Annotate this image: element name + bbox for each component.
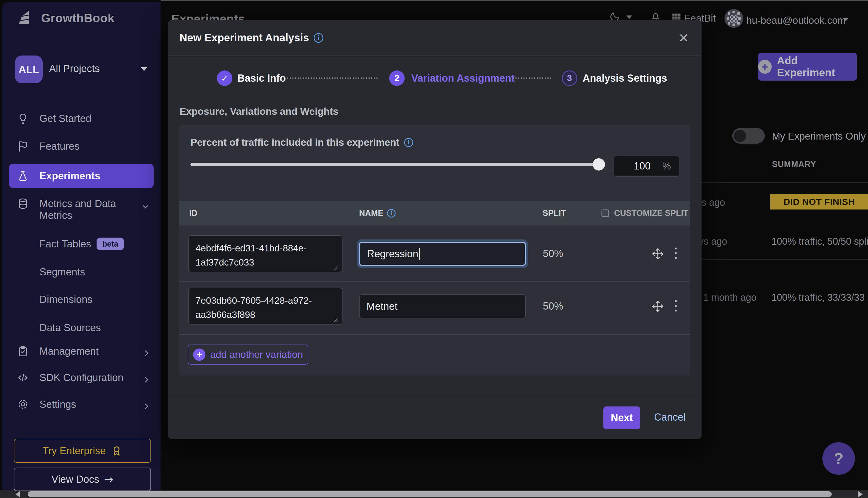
row-divider (179, 335, 690, 335)
check-icon: ✓ (221, 73, 228, 83)
lightbulb-icon (17, 113, 29, 124)
variation-name-value: Metnet (366, 301, 398, 312)
clipboard-icon (17, 345, 29, 357)
info-icon[interactable]: i (314, 33, 323, 43)
modal-title: New Experiment Analysis (179, 32, 309, 44)
traffic-unit: % (662, 161, 671, 172)
traffic-input[interactable]: 100 % (614, 156, 679, 177)
try-enterprise-button[interactable]: Try Enterprise (14, 439, 151, 463)
add-variation-button[interactable]: + add another variation (188, 344, 308, 365)
column-header-split: SPLIT (543, 208, 566, 218)
plus-icon: + (193, 349, 205, 361)
sidebar-item-label: Segments (39, 266, 85, 278)
add-variation-label: add another variation (210, 349, 303, 360)
summary-column-header: SUMMARY (772, 160, 816, 169)
step-3-label[interactable]: Analysis Settings (583, 73, 667, 84)
flag-icon (17, 140, 29, 152)
sidebar-item-label: SDK Configuration (39, 372, 123, 383)
horizontal-scrollbar[interactable] (0, 490, 868, 498)
variation-name-input[interactable]: Regression (359, 242, 526, 266)
section-heading: Exposure, Variations and Weights (179, 106, 338, 117)
growthbook-logo-icon (17, 10, 34, 27)
status-badge: DID NOT FINISH (770, 194, 868, 210)
traffic-slider[interactable] (190, 163, 599, 166)
variation-name-value: Regression (367, 248, 418, 260)
traffic-slider-thumb[interactable] (593, 158, 605, 171)
step-1-circle[interactable]: ✓ (217, 70, 232, 86)
sidebar-item-segments[interactable]: Segments (2, 261, 161, 283)
cancel-button[interactable]: Cancel (654, 411, 685, 423)
stepper: ✓ Basic Info 2 Variation Assignment 3 An… (168, 70, 702, 86)
info-icon[interactable]: i (404, 138, 413, 147)
step-connector (513, 77, 551, 79)
sidebar: GrowthBook ALL All Projects Get Started … (2, 2, 161, 490)
info-icon[interactable]: i (387, 209, 396, 218)
step-2-label[interactable]: Variation Assignment (411, 73, 515, 84)
my-experiments-toggle[interactable] (732, 128, 765, 144)
sidebar-item-sdk-configuration[interactable]: SDK Configuration (2, 365, 161, 390)
step-2-circle[interactable]: 2 (389, 70, 405, 86)
row-divider (699, 182, 868, 183)
variation-id-textarea[interactable]: 7e03db60-7605-4428-a972-aa3b66a3f898 (188, 288, 343, 325)
variation-name-input[interactable]: Metnet (359, 294, 526, 318)
sidebar-item-fact-tables[interactable]: Fact Tablesbeta (2, 233, 161, 254)
customize-split-checkbox[interactable] (602, 210, 609, 217)
project-selector[interactable]: All Projects (49, 63, 100, 75)
try-enterprise-label: Try Enterprise (42, 445, 106, 457)
footer-divider (168, 396, 702, 396)
sidebar-item-features[interactable]: Features (2, 134, 161, 158)
user-email[interactable]: hu-beau@outlook.com (746, 15, 846, 26)
traffic-value[interactable]: 100 (622, 160, 662, 172)
customize-split-label: CUSTOMIZE SPLIT (614, 208, 688, 218)
sidebar-item-get-started[interactable]: Get Started (2, 106, 161, 131)
scroll-left-arrow-icon[interactable] (15, 491, 20, 497)
kebab-menu-icon[interactable]: ⋮ (669, 246, 683, 260)
sidebar-item-label: Management (39, 345, 99, 357)
gear-icon (17, 398, 29, 410)
drag-move-icon[interactable] (651, 300, 664, 313)
logo[interactable]: GrowthBook (17, 10, 115, 27)
sidebar-item-metrics[interactable]: Metrics (2, 205, 161, 226)
sidebar-item-label: Features (39, 141, 80, 152)
project-caret-icon[interactable] (141, 67, 147, 71)
step-3-circle[interactable]: 3 (562, 70, 577, 86)
variation-split: 50% (543, 248, 563, 259)
variations-panel: Percent of traffic included in this expe… (179, 125, 690, 376)
variations-table-header: ID NAME i SPLIT CUSTOMIZE SPLIT (179, 201, 690, 225)
resize-grip-icon[interactable] (333, 318, 689, 374)
close-icon[interactable]: ✕ (678, 32, 689, 44)
app-window: Experiments FeatBit hu-beau@outlook.com … (0, 0, 868, 498)
sidebar-item-management[interactable]: Management (2, 339, 161, 364)
project-badge[interactable]: ALL (15, 55, 43, 83)
sidebar-item-data-sources[interactable]: Data Sources (2, 317, 161, 338)
sidebar-item-settings[interactable]: Settings (2, 392, 161, 417)
medal-icon (111, 445, 122, 457)
theme-caret-icon[interactable] (626, 15, 632, 19)
column-header-name: NAME i (359, 208, 396, 218)
sidebar-item-label: Experiments (39, 170, 100, 182)
help-button[interactable]: ? (823, 442, 855, 475)
chevron-right-icon (143, 377, 148, 382)
variation-id-textarea[interactable]: 4ebdf4f6-ed31-41bd-884e-1af37dc7c033 (188, 235, 343, 272)
window-top-edge (161, 0, 868, 1)
scrollbar-thumb[interactable] (28, 491, 832, 497)
logo-text: GrowthBook (41, 11, 115, 25)
sidebar-item-experiments[interactable]: Experiments (2, 163, 161, 188)
scroll-right-arrow-icon[interactable] (858, 491, 863, 497)
user-menu-caret-icon[interactable] (843, 17, 849, 21)
traffic-label: Percent of traffic included in this expe… (190, 137, 413, 148)
next-button[interactable]: Next (603, 406, 640, 429)
drag-move-icon[interactable] (651, 247, 664, 260)
column-header-id: ID (189, 208, 197, 218)
question-icon: ? (834, 449, 844, 468)
sidebar-item-dimensions[interactable]: Dimensions (2, 289, 161, 310)
step-1-label[interactable]: Basic Info (237, 73, 286, 84)
sidebar-item-label: Settings (39, 399, 76, 410)
new-experiment-analysis-modal: New Experiment Analysis i ✕ ✓ Basic Info… (168, 20, 702, 439)
avatar[interactable] (724, 9, 743, 28)
chevron-right-icon (143, 351, 148, 356)
sidebar-item-label: Get Started (39, 113, 91, 124)
kebab-menu-icon[interactable]: ⋮ (669, 298, 683, 312)
add-experiment-button[interactable]: + Add Experiment (758, 53, 857, 81)
view-docs-button[interactable]: View Docs → (14, 468, 151, 491)
